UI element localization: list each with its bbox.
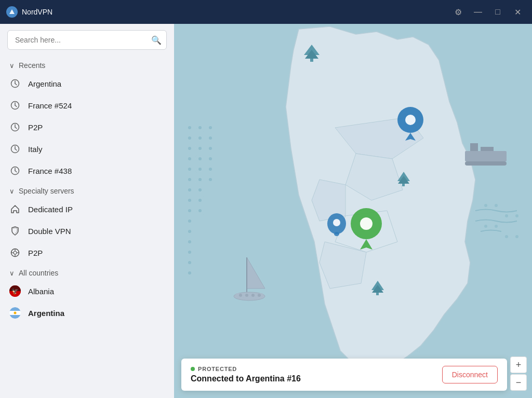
specialty-item-p2p[interactable]: P2P [0,242,174,264]
country-item-albania[interactable]: 🦅 Albania [0,280,174,302]
recents-chevron: ∨ [9,62,15,70]
albania-label: Albania [28,287,54,296]
svg-point-61 [505,214,508,217]
svg-point-35 [188,147,191,150]
sidebar: 🔍 ∨ Recents Argentina [0,24,174,398]
svg-point-79 [239,294,242,297]
svg-line-15 [15,171,17,172]
minimize-button[interactable]: — [470,4,486,20]
svg-point-42 [198,168,202,171]
svg-point-90 [333,219,340,226]
search-input[interactable] [7,30,167,50]
svg-point-34 [209,136,212,140]
svg-point-39 [198,157,202,160]
clock-icon-argentina [9,78,21,89]
svg-point-30 [198,126,202,129]
recent-item-argentina[interactable]: Argentina [0,73,174,94]
search-icon: 🔍 [151,35,162,45]
svg-point-40 [209,157,212,160]
svg-rect-85 [481,147,494,151]
dedicated-ip-label: Dedicated IP [28,205,73,214]
argentina-country-label: Argentina [28,309,64,318]
svg-point-93 [360,217,373,230]
svg-point-50 [198,199,202,202]
recent-italy-label: Italy [28,145,43,154]
recent-argentina-label: Argentina [28,79,61,88]
svg-point-58 [188,271,191,275]
albania-flag: 🦅 [9,285,21,297]
nordvpn-logo [6,6,18,18]
recent-item-p2p[interactable]: P2P [0,116,174,138]
search-bar: 🔍 [7,30,167,50]
recent-item-france524[interactable]: France #524 [0,94,174,116]
svg-point-51 [188,209,191,212]
countries-section-header[interactable]: ∨ All countries [0,264,174,280]
clock-icon-p2p [9,121,21,133]
zoom-out-button[interactable]: − [510,374,527,391]
specialty-section-header[interactable]: ∨ Specialty servers [0,182,174,198]
titlebar-controls: ⚙ — □ ✕ [450,4,526,20]
settings-button[interactable]: ⚙ [450,4,467,20]
specialty-label: Specialty servers [19,187,74,195]
svg-point-64 [495,225,498,228]
svg-point-57 [188,261,191,264]
svg-point-52 [198,209,202,212]
recent-item-italy[interactable]: Italy [0,138,174,160]
zoom-in-button[interactable]: + [510,356,527,373]
recents-label: Recents [19,61,45,70]
app-title: NordVPN [22,8,52,16]
svg-point-41 [188,168,191,171]
recent-item-france438[interactable]: France #438 [0,160,174,182]
svg-point-45 [198,178,202,181]
svg-point-27 [14,312,17,314]
svg-rect-75 [376,293,379,295]
p2p-icon [9,247,21,258]
clock-icon-italy [9,143,21,155]
svg-line-6 [15,105,17,107]
shield-double-icon [9,225,21,237]
svg-point-91 [334,232,339,236]
disconnect-button[interactable]: Disconnect [442,366,498,383]
svg-point-63 [484,225,487,228]
countries-label: All countries [19,269,58,277]
maximize-button[interactable]: □ [489,4,506,20]
recent-p2p-label: P2P [28,123,43,132]
status-connected: Connected to Argentina #16 [191,374,301,383]
svg-point-54 [188,230,191,233]
svg-point-55 [188,240,191,243]
svg-point-17 [14,251,17,254]
svg-point-31 [209,126,212,129]
svg-point-49 [188,199,191,202]
svg-point-38 [188,157,191,160]
close-button[interactable]: ✕ [509,4,526,20]
specialty-item-dedicated-ip[interactable]: Dedicated IP [0,198,174,220]
titlebar-left: NordVPN [6,6,52,18]
svg-point-60 [495,204,498,207]
svg-point-48 [198,188,202,191]
titlebar: NordVPN ⚙ — □ ✕ [0,0,532,24]
clock-icon-france524 [9,100,21,111]
svg-rect-84 [470,143,478,151]
protected-label: PROTECTED [198,366,237,372]
main-content: 🔍 ∨ Recents Argentina [0,24,532,398]
country-item-argentina[interactable]: Argentina [0,302,174,324]
svg-point-81 [251,294,255,297]
svg-point-88 [405,115,416,125]
clock-icon-france438 [9,165,21,176]
svg-rect-69 [310,59,313,62]
svg-point-59 [484,204,487,207]
svg-point-44 [188,178,191,181]
svg-rect-86 [465,161,507,166]
recent-france524-label: France #524 [28,101,72,110]
status-text-group: PROTECTED Connected to Argentina #16 [191,366,301,383]
svg-point-56 [188,251,191,254]
recents-section-header[interactable]: ∨ Recents [0,56,174,73]
svg-point-43 [209,168,212,171]
house-icon [9,203,21,215]
specialty-item-double-vpn[interactable]: Double VPN [0,220,174,242]
svg-line-12 [15,149,17,150]
sidebar-inner: 🔍 ∨ Recents Argentina [0,24,174,398]
svg-rect-72 [402,184,405,186]
svg-point-29 [188,126,191,129]
svg-point-47 [188,188,191,191]
